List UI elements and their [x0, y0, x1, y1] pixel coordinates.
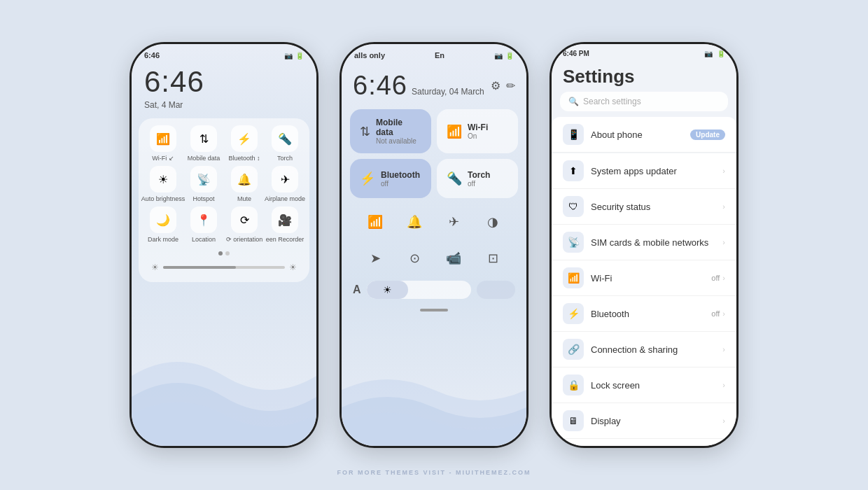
- status-left-text: alls only: [354, 51, 385, 59]
- tile-recorder[interactable]: 🎥 een Recorder: [267, 206, 303, 243]
- display-right: ›: [722, 416, 725, 425]
- small-scan-icon[interactable]: ⊡: [480, 246, 505, 271]
- settings-item-security[interactable]: 🛡 Security status ›: [552, 189, 736, 225]
- settings-item-lock[interactable]: 🔒 Lock screen ›: [552, 368, 736, 403]
- tile-hotspot[interactable]: 📡 Hotspot: [186, 166, 222, 202]
- chevron-icon-4: ›: [722, 274, 725, 282]
- home-indicator[interactable]: [420, 309, 448, 312]
- brightness-notif[interactable]: A ☀: [342, 276, 526, 303]
- bluetooth-big-icon: ⚡: [360, 171, 375, 186]
- tile-rotation[interactable]: ⟳ ⟳ orientation: [226, 206, 262, 243]
- search-bar[interactable]: 🔍 Search settings: [560, 92, 728, 111]
- notif-date: Saturday, 04 March: [412, 87, 484, 97]
- wifi-settings-label: Wi-Fi: [591, 273, 704, 284]
- settings-item-sim[interactable]: 📡 SIM cards & mobile networks ›: [552, 225, 736, 260]
- wave-background-2: [342, 341, 526, 446]
- small-airplane-icon[interactable]: ✈: [441, 209, 466, 234]
- mobile-data-label: Mobile data: [188, 155, 220, 162]
- tile-wifi[interactable]: 📶 Wi-Fi ↙: [145, 125, 181, 162]
- wifi-settings-right: off ›: [711, 274, 725, 282]
- system-apps-icon: ⬆: [563, 160, 584, 181]
- airplane-icon: ✈: [272, 166, 298, 192]
- brightness-icon: ☀: [150, 166, 176, 192]
- battery-icon-2: 🔋: [505, 52, 514, 59]
- dots-indicator: [143, 247, 305, 260]
- font-a-icon: A: [353, 284, 361, 296]
- settings-item-connection[interactable]: 🔗 Connection & sharing ›: [552, 332, 736, 368]
- notif-clock: 6:46: [353, 71, 407, 101]
- tile-airplane[interactable]: ✈ Airplane mode: [267, 166, 303, 202]
- brightness-label: Auto brightness: [141, 195, 186, 202]
- connection-right: ›: [722, 345, 725, 354]
- mute-label: Mute: [237, 195, 251, 202]
- battery-icon: 🔋: [295, 52, 304, 59]
- system-apps-right: ›: [722, 167, 725, 175]
- tile-bluetooth[interactable]: ⚡ Bluetooth ↕: [226, 125, 262, 162]
- settings-item-about-phone[interactable]: 📱 About phone Update: [552, 117, 736, 153]
- brightness-min-icon: ☀: [151, 262, 159, 272]
- settings-title: Settings: [552, 60, 736, 92]
- settings-wheel-icon[interactable]: ⚙: [491, 79, 500, 92]
- big-tile-torch[interactable]: 🔦 Torch off: [437, 159, 518, 198]
- wifi-tile-name: Wi-Fi: [468, 122, 488, 132]
- big-tile-bluetooth[interactable]: ⚡ Bluetooth off: [350, 159, 431, 198]
- sim-icon: 📡: [563, 232, 584, 253]
- brightness-row[interactable]: ☀ ☀: [143, 260, 305, 275]
- tile-torch[interactable]: 🔦 Torch: [267, 125, 303, 162]
- wifi-tile-sub: On: [468, 132, 488, 140]
- tiles-row-3: 🌙 Dark mode 📍 Location ⟳ ⟳ orientation 🎥…: [143, 206, 305, 243]
- chevron-icon-7: ›: [722, 381, 725, 389]
- bluetooth-tile-name: Bluetooth: [381, 170, 420, 180]
- chevron-icon-3: ›: [722, 238, 725, 246]
- tile-mobile-data[interactable]: ⇅ Mobile data: [186, 125, 222, 162]
- small-contrast-icon[interactable]: ◑: [480, 209, 505, 234]
- notif-clock-row: 6:46 Saturday, 04 March ⚙ ✏: [342, 62, 526, 104]
- torch-label: Torch: [277, 155, 293, 162]
- brightness-notif-track[interactable]: ☀: [367, 281, 471, 299]
- tiles-row-1: 📶 Wi-Fi ↙ ⇅ Mobile data ⚡ Bluetooth ↕ 🔦 …: [143, 125, 305, 162]
- mobile-tile-name: Mobile data: [376, 118, 421, 137]
- wifi-tile-icon: 📶: [150, 125, 176, 152]
- tile-brightness[interactable]: ☀ Auto brightness: [145, 166, 181, 202]
- tile-mute[interactable]: 🔔 Mute: [226, 166, 262, 202]
- edit-icon[interactable]: ✏: [506, 79, 515, 92]
- security-right: ›: [722, 202, 725, 211]
- brightness-notif-fill: ☀: [367, 281, 409, 299]
- camera-icon-2: 📷: [494, 52, 503, 59]
- bluetooth-tile-sub: off: [381, 180, 420, 188]
- security-icon: 🛡: [563, 196, 584, 217]
- watermark: FOR MORE THEMES VISIT - MIUITHEMEZ.COM: [337, 469, 531, 476]
- settings-list: 📱 About phone Update ⬆ System apps updat…: [552, 117, 736, 446]
- bluetooth-settings-right: off ›: [711, 309, 725, 318]
- settings-item-wifi[interactable]: 📶 Wi-Fi off ›: [552, 260, 736, 296]
- settings-item-display[interactable]: 🖥 Display ›: [552, 403, 736, 439]
- search-placeholder: Search settings: [583, 97, 641, 106]
- settings-item-bluetooth[interactable]: ⚡ Bluetooth off ›: [552, 296, 736, 332]
- status-icons-1: 📷 🔋: [284, 52, 304, 59]
- search-icon: 🔍: [568, 97, 579, 106]
- small-location-icon[interactable]: ➤: [363, 246, 388, 271]
- wifi-settings-icon: 📶: [563, 267, 584, 288]
- security-label: Security status: [591, 202, 715, 212]
- small-bell-icon[interactable]: 🔔: [402, 209, 427, 234]
- small-icons-row-2: ➤ ⊙ 📹 ⊡: [342, 240, 526, 276]
- big-tile-wifi[interactable]: 📶 Wi-Fi On: [437, 109, 518, 153]
- display-icon: 🖥: [563, 410, 584, 431]
- tile-dark-mode[interactable]: 🌙 Dark mode: [145, 206, 181, 243]
- small-focus-icon[interactable]: ⊙: [402, 246, 427, 271]
- tile-location[interactable]: 📍 Location: [186, 206, 222, 243]
- settings-item-system-apps[interactable]: ⬆ System apps updater ›: [552, 153, 736, 189]
- about-phone-icon: 📱: [563, 124, 584, 145]
- big-tile-mobile[interactable]: ⇅ Mobile data Not available: [350, 109, 431, 153]
- wifi-label: Wi-Fi ↙: [152, 155, 174, 162]
- small-icons-row-1: 📶 🔔 ✈ ◑: [342, 204, 526, 240]
- dot-2: [225, 251, 230, 255]
- small-camera-icon[interactable]: 📹: [441, 246, 466, 271]
- bluetooth-status: off: [711, 309, 720, 318]
- chevron-icon-1: ›: [722, 167, 725, 175]
- brightness-bar[interactable]: [163, 266, 285, 269]
- small-wifi-icon[interactable]: 📶: [363, 209, 388, 234]
- brightness-fill: [163, 266, 236, 269]
- dark-mode-icon: 🌙: [150, 206, 176, 233]
- settings-item-sound[interactable]: 🔊 Sound & vibration ›: [552, 439, 736, 446]
